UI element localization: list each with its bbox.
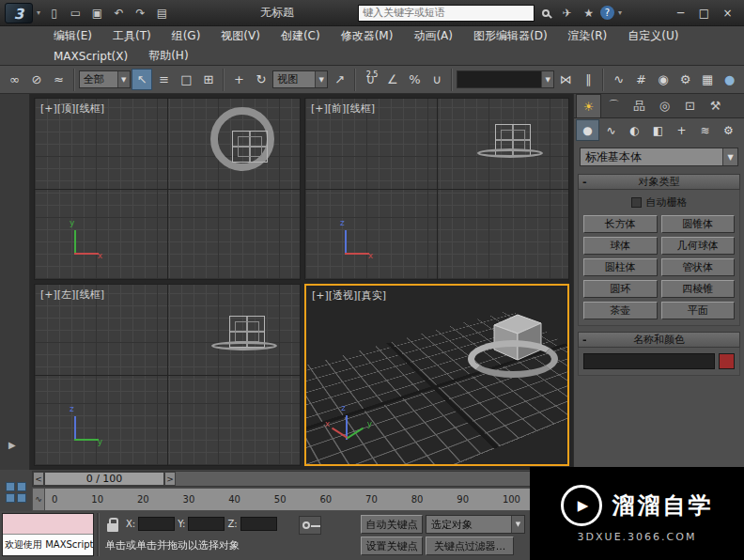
sphere-button[interactable]: 球体 — [583, 237, 658, 255]
chevron-down-icon[interactable]: ▼ — [541, 71, 553, 87]
menu-customize[interactable]: 自定义(U) — [617, 28, 689, 44]
tab-hierarchy-icon[interactable]: 品 — [627, 94, 652, 117]
z-field[interactable] — [240, 517, 277, 531]
listener-output-pane[interactable]: 欢迎使用 MAXScript — [3, 535, 93, 555]
menu-views[interactable]: 视图(V) — [210, 28, 271, 44]
key-filters-button[interactable]: 关键点过滤器... — [426, 537, 514, 555]
snaps-toggle-icon[interactable]: ∪2.5 — [360, 69, 381, 90]
object-name-input[interactable] — [583, 353, 715, 369]
rendered-frame-window-icon[interactable]: ▦ — [697, 69, 719, 90]
search-icon[interactable] — [536, 4, 555, 23]
subtab-systems-icon[interactable]: ⚙ — [717, 119, 740, 141]
previous-frame-button[interactable]: < — [33, 472, 44, 486]
time-slider-thumb[interactable]: 0 / 100 — [44, 472, 164, 486]
set-keys-button[interactable] — [299, 516, 321, 535]
set-key-button[interactable]: 设置关键点 — [361, 537, 423, 555]
schematic-view-icon[interactable]: # — [630, 69, 652, 90]
new-scene-icon[interactable]: ▯ — [44, 4, 64, 23]
torus-object[interactable] — [477, 148, 543, 158]
close-button[interactable]: × — [716, 4, 739, 23]
collapse-icon[interactable]: - — [582, 175, 587, 189]
select-and-link-icon[interactable]: ∞ — [4, 69, 25, 90]
chevron-down-icon[interactable]: ▼ — [722, 148, 737, 165]
mirror-icon[interactable]: ⋈ — [555, 69, 577, 90]
menu-maxscript[interactable]: MAXScript(X) — [43, 50, 138, 63]
subtab-lights-icon[interactable]: ◐ — [623, 119, 646, 141]
track-bar[interactable]: 0 10 20 30 40 50 60 70 80 90 100 — [32, 488, 531, 511]
viewport-top-label[interactable]: [+][顶][线框] — [40, 101, 104, 116]
select-and-scale-icon[interactable]: ↗ — [329, 69, 350, 90]
menu-graph-editors[interactable]: 图形编辑器(D) — [463, 28, 558, 44]
geometry-category-dropdown[interactable]: 标准基本体 ▼ — [580, 148, 738, 166]
open-file-icon[interactable]: ▭ — [66, 4, 85, 23]
expand-arrow-icon[interactable]: ▶ — [8, 440, 16, 450]
app-menu-caret-icon[interactable]: ▾ — [35, 8, 42, 17]
viewport-left[interactable]: [+][左][线框] z y — [34, 284, 301, 466]
rollout-object-type[interactable]: - 对象类型 — [578, 174, 740, 190]
menu-group[interactable]: 组(G) — [162, 28, 211, 44]
redo-icon[interactable]: ↷ — [131, 4, 150, 23]
box-button[interactable]: 长方体 — [583, 215, 658, 233]
named-selection-sets-dropdown[interactable]: ▼ — [457, 70, 554, 88]
window-crossing-icon[interactable]: ⊞ — [198, 69, 220, 90]
help-icon[interactable]: ? — [600, 6, 614, 20]
search-input[interactable] — [363, 7, 530, 19]
select-object-icon[interactable]: ↖ — [132, 69, 153, 90]
torus-object[interactable] — [468, 340, 558, 378]
search-box[interactable] — [358, 5, 535, 22]
cylinder-button[interactable]: 圆柱体 — [583, 258, 658, 276]
geosphere-button[interactable]: 几何球体 — [661, 237, 736, 255]
menu-create[interactable]: 创建(C) — [271, 28, 331, 44]
select-and-move-icon[interactable]: + — [228, 69, 250, 90]
subtab-geometry-icon[interactable]: ● — [576, 119, 599, 141]
bind-to-space-warp-icon[interactable]: ≈ — [48, 69, 70, 90]
subtab-shapes-icon[interactable]: ∿ — [599, 119, 623, 141]
reference-coordinate-dropdown[interactable]: 视图 ▼ — [272, 70, 328, 88]
community-icon[interactable]: ✈ — [557, 4, 577, 23]
subtab-cameras-icon[interactable]: ◧ — [646, 119, 670, 141]
tab-motion-icon[interactable]: ◎ — [652, 94, 677, 117]
tube-button[interactable]: 管状体 — [661, 258, 736, 276]
favorites-icon[interactable]: ★ — [579, 4, 598, 23]
subtab-helpers-icon[interactable]: + — [670, 119, 693, 141]
menu-tools[interactable]: 工具(T) — [102, 28, 162, 44]
box-object[interactable] — [232, 131, 268, 163]
app-menu-logo[interactable]: 3 — [5, 3, 33, 23]
chevron-down-icon[interactable]: ▼ — [315, 71, 327, 87]
menu-edit[interactable]: 编辑(E) — [43, 28, 102, 44]
menu-animation[interactable]: 动画(A) — [403, 28, 463, 44]
auto-key-button[interactable]: 自动关键点 — [361, 515, 423, 534]
mini-curve-editor-button[interactable]: ∿ — [32, 488, 45, 511]
chevron-down-icon[interactable]: ▼ — [117, 71, 130, 87]
rollout-name-color[interactable]: - 名称和颜色 — [578, 332, 740, 348]
viewport-front[interactable]: [+][前][线框] z x — [304, 98, 569, 280]
menu-rendering[interactable]: 渲染(R) — [558, 28, 618, 44]
autogrid-checkbox[interactable] — [631, 197, 642, 208]
object-color-swatch[interactable] — [719, 353, 735, 369]
tab-display-icon[interactable]: ⊡ — [677, 94, 703, 117]
torus-button[interactable]: 圆环 — [583, 280, 658, 298]
tab-modify-icon[interactable]: ⌒ — [601, 94, 627, 117]
undo-icon[interactable]: ↶ — [109, 4, 129, 23]
tab-utilities-icon[interactable]: ⚒ — [703, 94, 728, 117]
percent-snap-icon[interactable]: % — [404, 69, 426, 90]
viewport-perspective[interactable]: [+][透视][真实] z x y — [304, 284, 569, 466]
cone-button[interactable]: 圆锥体 — [661, 215, 736, 233]
angle-snap-icon[interactable]: ∠ — [381, 69, 403, 90]
pyramid-button[interactable]: 四棱锥 — [661, 280, 736, 298]
teapot-button[interactable]: 茶壶 — [583, 302, 658, 319]
select-and-rotate-icon[interactable]: ↻ — [251, 69, 272, 90]
time-slider-track[interactable]: < 0 / 100 > — [32, 471, 531, 487]
listener-macro-pane[interactable] — [3, 514, 93, 535]
help-caret-icon[interactable]: ▾ — [616, 8, 624, 17]
rectangular-selection-icon[interactable]: □ — [176, 69, 197, 90]
unlink-selection-icon[interactable]: ⊘ — [26, 69, 48, 90]
material-editor-icon[interactable]: ◉ — [653, 69, 674, 90]
viewport-perspective-label[interactable]: [+][透视][真实] — [312, 288, 386, 303]
tab-create-icon[interactable]: ☀ — [576, 94, 601, 117]
select-by-name-icon[interactable]: ≡ — [153, 69, 175, 90]
collapse-icon[interactable]: - — [582, 333, 587, 347]
align-icon[interactable]: ∥ — [578, 69, 599, 90]
maximize-button[interactable]: □ — [692, 4, 716, 23]
render-production-icon[interactable]: ● — [719, 69, 740, 90]
